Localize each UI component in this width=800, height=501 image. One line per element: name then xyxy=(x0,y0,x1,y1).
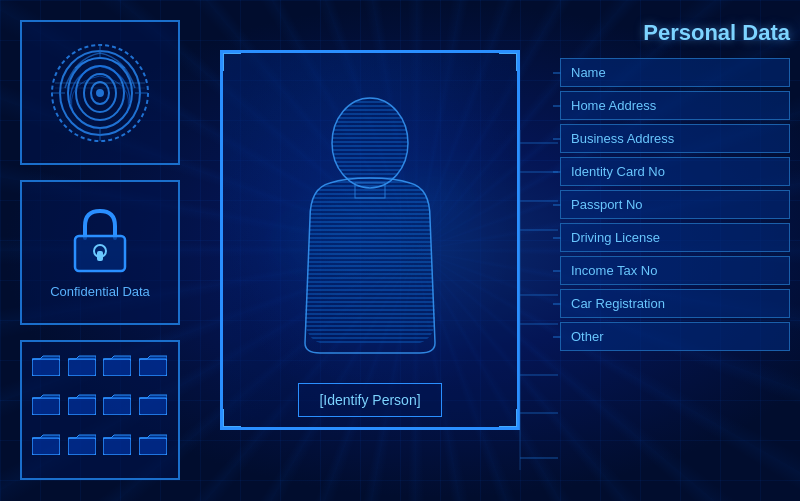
svg-rect-17 xyxy=(68,359,96,376)
folder-icon-7 xyxy=(103,393,131,415)
personal-data-title: Personal Data xyxy=(560,20,790,46)
svg-rect-19 xyxy=(139,359,167,376)
svg-rect-27 xyxy=(139,438,167,455)
personal-data-panel: Personal Data NameHome AddressBusiness A… xyxy=(560,20,790,355)
svg-rect-23 xyxy=(139,398,167,415)
identify-label: [Identify Person] xyxy=(298,383,441,417)
data-item-car_registration: Car Registration xyxy=(560,289,790,318)
folders-panel xyxy=(20,340,180,480)
svg-point-6 xyxy=(97,90,103,96)
person-panel: [Identify Person] xyxy=(220,50,520,430)
folder-icon-8 xyxy=(139,393,167,415)
folder-icon-6 xyxy=(68,393,96,415)
folder-icon-9 xyxy=(32,433,60,455)
corner-br xyxy=(499,409,519,429)
svg-rect-24 xyxy=(32,438,60,455)
data-item-passport: Passport No xyxy=(560,190,790,219)
folder-icon-5 xyxy=(32,393,60,415)
folder-icon-12 xyxy=(139,433,167,455)
svg-rect-25 xyxy=(68,438,96,455)
svg-rect-21 xyxy=(68,398,96,415)
lock-icon xyxy=(65,206,135,276)
folder-icon-4 xyxy=(139,354,167,376)
data-items-list: NameHome AddressBusiness AddressIdentity… xyxy=(560,58,790,351)
folder-icon-11 xyxy=(103,433,131,455)
corner-bl xyxy=(221,409,241,429)
svg-rect-18 xyxy=(103,359,131,376)
data-item-name: Name xyxy=(560,58,790,87)
data-item-business_address: Business Address xyxy=(560,124,790,153)
corner-tl xyxy=(221,51,241,71)
svg-rect-20 xyxy=(32,398,60,415)
folder-icon-2 xyxy=(68,354,96,376)
svg-rect-30 xyxy=(280,88,460,378)
folder-icon-1 xyxy=(32,354,60,376)
lock-panel: Confidential Data xyxy=(20,180,180,325)
confidential-label: Confidential Data xyxy=(50,284,150,299)
data-item-home_address: Home Address xyxy=(560,91,790,120)
fingerprint-icon xyxy=(45,38,155,148)
svg-rect-22 xyxy=(103,398,131,415)
svg-rect-26 xyxy=(103,438,131,455)
person-body xyxy=(270,83,470,383)
fingerprint-panel xyxy=(20,20,180,165)
person-figure-icon xyxy=(280,88,460,378)
svg-rect-16 xyxy=(32,359,60,376)
data-item-income_tax: Income Tax No xyxy=(560,256,790,285)
data-item-driving_license: Driving License xyxy=(560,223,790,252)
folder-icon-3 xyxy=(103,354,131,376)
folder-icon-10 xyxy=(68,433,96,455)
data-item-other: Other xyxy=(560,322,790,351)
corner-tr xyxy=(499,51,519,71)
data-item-identity_card: Identity Card No xyxy=(560,157,790,186)
svg-rect-15 xyxy=(97,251,103,261)
